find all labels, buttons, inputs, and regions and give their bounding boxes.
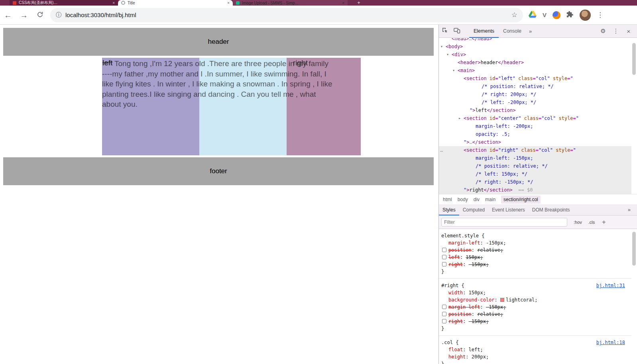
url-text[interactable]: localhost:3030/html/bj.html <box>65 12 507 18</box>
tab-elements[interactable]: Elements <box>469 25 499 38</box>
property-value: relative; <box>477 311 503 317</box>
tree-node[interactable]: ▾<body> <box>439 43 631 51</box>
code-token: /* left: 150px; */ <box>476 171 527 177</box>
property-checkbox[interactable] <box>442 312 446 316</box>
source-link[interactable]: bj.html:18 <box>596 339 625 346</box>
forward-button[interactable]: → <box>16 11 32 19</box>
collapse-arrow-icon[interactable]: ▾ <box>452 67 455 74</box>
pseudo-state-toggle[interactable]: :hov <box>574 220 582 225</box>
more-sidebar-tabs-icon[interactable]: » <box>625 207 634 213</box>
code-token: = <box>570 147 573 153</box>
property-checkbox[interactable] <box>442 262 446 266</box>
tree-node[interactable]: /* right: 200px; */ <box>439 90 631 98</box>
tab-close-icon[interactable]: × <box>112 1 115 5</box>
rule-selector[interactable]: element.style <box>441 233 479 239</box>
style-property[interactable]: left: 150px; <box>441 254 629 261</box>
node-menu-ellipsis[interactable]: … <box>440 146 443 154</box>
style-property[interactable]: width: 150px; <box>441 289 629 296</box>
tree-node[interactable]: ">left</section> <box>439 106 631 114</box>
tab-css-layout[interactable]: CSS布局(圣杯布局)… × <box>10 0 118 6</box>
tree-node[interactable]: margin-left: -200px; <box>439 122 631 130</box>
tree-node[interactable]: …<section id="right" class="col" style=" <box>439 146 631 154</box>
extension-icon-v[interactable]: V <box>543 12 547 18</box>
property-value: relative; <box>477 247 503 253</box>
reload-button[interactable] <box>32 11 48 19</box>
tree-node[interactable]: ▸<section id="center" class="col" style=… <box>439 114 631 122</box>
inspect-element-icon[interactable] <box>439 27 451 35</box>
code-token: right <box>469 187 484 193</box>
scrollbar-thumb[interactable] <box>632 232 636 266</box>
property-checkbox[interactable] <box>442 319 446 323</box>
tree-node[interactable]: /* position: relative; */ <box>439 82 631 90</box>
breadcrumb-item[interactable]: html <box>443 197 452 202</box>
extension-icon-browser[interactable] <box>552 11 560 19</box>
source-link[interactable]: bj.html:31 <box>596 282 625 289</box>
tab-image-upload[interactable]: Image Upload - SMMS - Simp... × <box>233 0 348 6</box>
tree-node[interactable]: ">…</section> <box>439 138 631 146</box>
tree-node[interactable]: /* position: relative; */ <box>439 162 631 170</box>
breadcrumb-item[interactable]: main <box>485 197 495 202</box>
property-checkbox[interactable] <box>442 255 446 259</box>
style-property[interactable]: position: relative; <box>441 247 629 254</box>
breadcrumb-item[interactable]: section#right.col <box>501 196 541 204</box>
style-property[interactable]: right: -150px; <box>441 261 629 268</box>
style-property[interactable]: float: left; <box>441 346 629 353</box>
tree-node[interactable]: margin-left: -150px; <box>439 154 631 162</box>
style-property[interactable]: background-color: lightcoral; <box>441 296 629 303</box>
rule-selector[interactable]: #right <box>441 283 458 288</box>
device-toolbar-icon[interactable] <box>451 27 463 35</box>
bookmark-star-icon[interactable]: ☆ <box>511 11 517 19</box>
styles-filter-input[interactable] <box>441 218 567 227</box>
tree-node[interactable]: opacity: .5; <box>439 130 631 138</box>
tree-node[interactable]: ▾<main> <box>439 67 631 74</box>
sidebar-tab-styles[interactable]: Styles <box>439 204 459 215</box>
rule-selector[interactable]: .col <box>441 340 453 345</box>
expand-arrow-icon[interactable]: ▸ <box>458 114 461 122</box>
tree-node[interactable]: /* left: -200px; */ <box>439 98 631 106</box>
sidebar-tab-dom-breakpoints[interactable]: DOM Breakpoints <box>529 204 574 215</box>
tree-node[interactable]: <head>…</head> <box>439 38 631 43</box>
style-property[interactable]: position: relative; <box>441 311 629 318</box>
settings-gear-icon[interactable]: ⚙ <box>597 27 609 35</box>
property-checkbox[interactable] <box>442 305 446 309</box>
breadcrumb-item[interactable]: body <box>458 197 468 202</box>
new-tab-button[interactable]: + <box>354 0 364 6</box>
style-property[interactable]: right: -150px; <box>441 318 629 325</box>
tree-node[interactable]: /* right: -150px; */ <box>439 178 631 186</box>
address-bar[interactable]: ⓘ localhost:3030/html/bj.html ☆ <box>50 8 523 22</box>
profile-avatar[interactable] <box>580 10 591 21</box>
style-property[interactable]: height: 200px; <box>441 353 629 360</box>
sidebar-tab-event-listeners[interactable]: Event Listeners <box>488 204 529 215</box>
tab-title-active[interactable]: Title × <box>118 0 233 6</box>
extensions-puzzle-icon[interactable] <box>566 11 574 20</box>
collapse-arrow-icon[interactable]: ▾ <box>440 43 443 51</box>
devtools-close-icon[interactable]: × <box>623 28 635 35</box>
tree-node[interactable]: ▾<div> <box>439 51 631 59</box>
sidebar-tab-computed[interactable]: Computed <box>459 204 488 215</box>
new-style-rule-button[interactable]: + <box>602 219 606 226</box>
tree-node[interactable]: <header>header</header> <box>439 59 631 67</box>
style-property[interactable]: margin-left: -150px; <box>441 239 629 247</box>
collapse-arrow-icon[interactable]: ▾ <box>446 51 449 59</box>
breadcrumb-item[interactable]: div <box>474 197 480 202</box>
tab-console[interactable]: Console <box>499 25 526 38</box>
property-checkbox[interactable] <box>442 248 446 252</box>
style-property[interactable]: margin-left: -150px; <box>441 303 629 311</box>
color-swatch[interactable] <box>500 298 504 302</box>
property-name: float <box>448 347 463 352</box>
tree-node[interactable]: /* left: 150px; */ <box>439 170 631 178</box>
tree-node[interactable]: <section id="left" class="col" style=" <box>439 74 631 82</box>
more-panels-icon[interactable]: » <box>526 28 535 34</box>
extension-icon-drive[interactable] <box>529 11 537 20</box>
page-header: header <box>3 28 434 56</box>
devtools-menu-icon[interactable]: ⋮ <box>610 27 622 35</box>
tab-close-icon[interactable]: × <box>227 1 230 5</box>
code-token: = <box>573 115 576 121</box>
tab-close-icon[interactable]: × <box>342 1 344 5</box>
back-button[interactable]: ← <box>0 11 16 19</box>
tree-node[interactable]: ">right</section> == $0 <box>439 186 631 194</box>
scrollbar-thumb[interactable] <box>632 43 636 75</box>
browser-menu-icon[interactable]: ⋮ <box>597 11 604 19</box>
page-info-icon[interactable]: ⓘ <box>56 12 61 19</box>
element-classes-toggle[interactable]: .cls <box>588 220 595 225</box>
